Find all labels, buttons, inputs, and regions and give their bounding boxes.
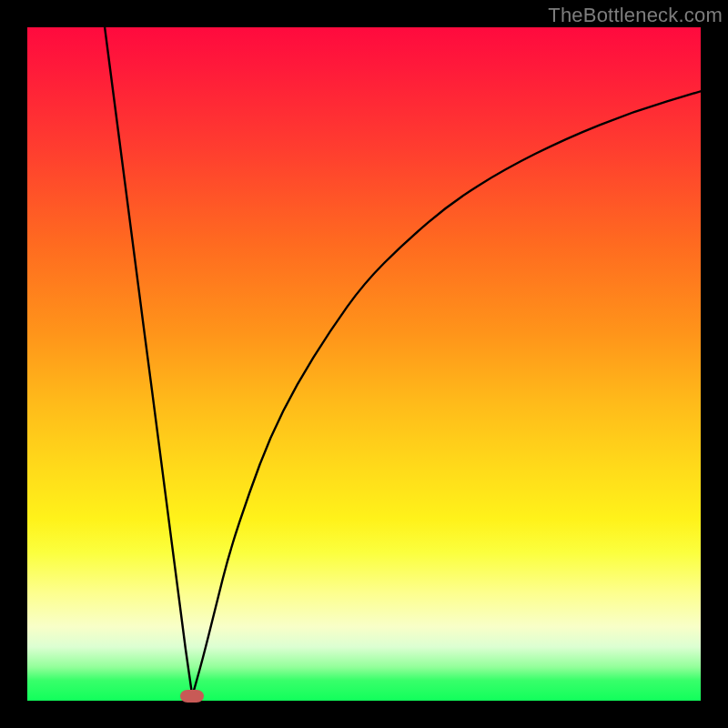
- bottleneck-curve: [27, 27, 701, 701]
- chart-frame: TheBottleneck.com: [0, 0, 728, 728]
- optimum-marker: [180, 690, 204, 703]
- plot-area: [27, 27, 701, 701]
- watermark-text: TheBottleneck.com: [548, 4, 723, 27]
